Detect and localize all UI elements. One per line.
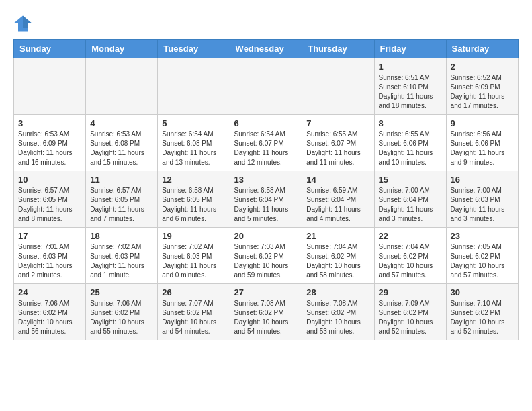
day-number: 29 xyxy=(379,287,442,298)
calendar-day-cell: 16Sunrise: 7:00 AM Sunset: 6:03 PM Dayli… xyxy=(446,171,518,228)
day-info: Sunrise: 7:04 AM Sunset: 6:02 PM Dayligh… xyxy=(306,242,369,280)
day-info: Sunrise: 7:08 AM Sunset: 6:02 PM Dayligh… xyxy=(306,299,369,336)
calendar-day-cell: 26Sunrise: 7:07 AM Sunset: 6:02 PM Dayli… xyxy=(158,284,230,340)
day-number: 15 xyxy=(379,175,442,185)
day-info: Sunrise: 7:05 AM Sunset: 6:02 PM Dayligh… xyxy=(451,242,514,280)
day-info: Sunrise: 6:54 AM Sunset: 6:07 PM Dayligh… xyxy=(234,130,298,167)
day-number: 7 xyxy=(306,118,369,128)
logo-icon xyxy=(13,13,32,32)
day-info: Sunrise: 6:56 AM Sunset: 6:06 PM Dayligh… xyxy=(451,130,514,167)
day-number: 9 xyxy=(451,118,514,128)
day-number: 10 xyxy=(18,175,81,185)
calendar-day-cell: 24Sunrise: 7:06 AM Sunset: 6:02 PM Dayli… xyxy=(14,284,86,340)
day-info: Sunrise: 7:06 AM Sunset: 6:02 PM Dayligh… xyxy=(90,299,153,336)
day-info: Sunrise: 7:02 AM Sunset: 6:03 PM Dayligh… xyxy=(90,242,153,280)
day-number: 21 xyxy=(306,231,369,241)
day-info: Sunrise: 6:55 AM Sunset: 6:07 PM Dayligh… xyxy=(306,130,369,167)
calendar-day-cell: 15Sunrise: 7:00 AM Sunset: 6:04 PM Dayli… xyxy=(374,171,446,228)
calendar-day-cell: 8Sunrise: 6:55 AM Sunset: 6:06 PM Daylig… xyxy=(374,115,446,171)
day-info: Sunrise: 6:55 AM Sunset: 6:06 PM Dayligh… xyxy=(379,130,442,167)
calendar-day-cell xyxy=(86,58,158,115)
day-info: Sunrise: 6:57 AM Sunset: 6:05 PM Dayligh… xyxy=(90,186,153,224)
weekday-header: Thursday xyxy=(302,40,374,58)
calendar-day-cell: 14Sunrise: 6:59 AM Sunset: 6:04 PM Dayli… xyxy=(302,171,374,228)
day-info: Sunrise: 6:53 AM Sunset: 6:09 PM Dayligh… xyxy=(18,130,81,167)
calendar-day-cell: 6Sunrise: 6:54 AM Sunset: 6:07 PM Daylig… xyxy=(230,115,302,171)
day-info: Sunrise: 7:01 AM Sunset: 6:03 PM Dayligh… xyxy=(18,242,81,280)
day-number: 14 xyxy=(306,175,369,185)
day-number: 6 xyxy=(234,118,298,128)
calendar-day-cell: 13Sunrise: 6:58 AM Sunset: 6:04 PM Dayli… xyxy=(230,171,302,228)
day-number: 8 xyxy=(379,118,442,128)
day-number: 1 xyxy=(379,62,442,72)
day-number: 5 xyxy=(162,118,225,128)
calendar-day-cell: 10Sunrise: 6:57 AM Sunset: 6:05 PM Dayli… xyxy=(14,171,86,228)
calendar-day-cell xyxy=(14,58,86,115)
day-info: Sunrise: 6:54 AM Sunset: 6:08 PM Dayligh… xyxy=(162,130,225,167)
day-number: 3 xyxy=(18,118,81,128)
day-info: Sunrise: 6:51 AM Sunset: 6:10 PM Dayligh… xyxy=(379,73,442,111)
weekday-header: Tuesday xyxy=(158,40,230,58)
day-number: 22 xyxy=(379,231,442,241)
day-info: Sunrise: 7:07 AM Sunset: 6:02 PM Dayligh… xyxy=(162,299,225,336)
day-number: 13 xyxy=(234,175,298,185)
calendar-day-cell: 29Sunrise: 7:09 AM Sunset: 6:02 PM Dayli… xyxy=(374,284,446,340)
calendar-day-cell: 7Sunrise: 6:55 AM Sunset: 6:07 PM Daylig… xyxy=(302,115,374,171)
day-number: 17 xyxy=(18,231,81,241)
calendar-day-cell: 20Sunrise: 7:03 AM Sunset: 6:02 PM Dayli… xyxy=(230,228,302,284)
day-info: Sunrise: 6:53 AM Sunset: 6:08 PM Dayligh… xyxy=(90,130,153,167)
calendar-day-cell: 21Sunrise: 7:04 AM Sunset: 6:02 PM Dayli… xyxy=(302,228,374,284)
day-number: 27 xyxy=(234,287,298,298)
day-info: Sunrise: 6:59 AM Sunset: 6:04 PM Dayligh… xyxy=(306,186,369,224)
calendar-week-row: 24Sunrise: 7:06 AM Sunset: 6:02 PM Dayli… xyxy=(14,284,519,340)
weekday-header: Monday xyxy=(86,40,158,58)
day-number: 20 xyxy=(234,231,298,241)
calendar-week-row: 17Sunrise: 7:01 AM Sunset: 6:03 PM Dayli… xyxy=(14,228,519,284)
calendar-day-cell: 23Sunrise: 7:05 AM Sunset: 6:02 PM Dayli… xyxy=(446,228,518,284)
weekday-header: Friday xyxy=(374,40,446,58)
day-number: 25 xyxy=(90,287,153,298)
day-info: Sunrise: 6:58 AM Sunset: 6:04 PM Dayligh… xyxy=(234,186,298,224)
svg-marker-1 xyxy=(23,16,32,28)
weekday-header: Saturday xyxy=(446,40,518,58)
day-number: 18 xyxy=(90,231,153,241)
day-number: 30 xyxy=(451,287,514,298)
weekday-header: Sunday xyxy=(14,40,86,58)
day-number: 2 xyxy=(451,62,514,72)
day-info: Sunrise: 7:09 AM Sunset: 6:02 PM Dayligh… xyxy=(379,299,442,336)
page-header xyxy=(13,13,519,32)
day-info: Sunrise: 7:00 AM Sunset: 6:04 PM Dayligh… xyxy=(379,186,442,224)
day-number: 16 xyxy=(451,175,514,185)
calendar-day-cell: 30Sunrise: 7:10 AM Sunset: 6:02 PM Dayli… xyxy=(446,284,518,340)
day-info: Sunrise: 7:04 AM Sunset: 6:02 PM Dayligh… xyxy=(379,242,442,280)
day-info: Sunrise: 6:57 AM Sunset: 6:05 PM Dayligh… xyxy=(18,186,81,224)
day-info: Sunrise: 6:52 AM Sunset: 6:09 PM Dayligh… xyxy=(451,73,514,111)
calendar-header-row: SundayMondayTuesdayWednesdayThursdayFrid… xyxy=(14,40,519,58)
calendar-day-cell: 11Sunrise: 6:57 AM Sunset: 6:05 PM Dayli… xyxy=(86,171,158,228)
day-number: 23 xyxy=(451,231,514,241)
day-info: Sunrise: 6:58 AM Sunset: 6:05 PM Dayligh… xyxy=(162,186,225,224)
day-number: 26 xyxy=(162,287,225,298)
day-info: Sunrise: 7:03 AM Sunset: 6:02 PM Dayligh… xyxy=(234,242,298,280)
calendar-table: SundayMondayTuesdayWednesdayThursdayFrid… xyxy=(13,39,519,340)
calendar-week-row: 10Sunrise: 6:57 AM Sunset: 6:05 PM Dayli… xyxy=(14,171,519,228)
calendar-day-cell xyxy=(158,58,230,115)
calendar-day-cell: 5Sunrise: 6:54 AM Sunset: 6:08 PM Daylig… xyxy=(158,115,230,171)
day-info: Sunrise: 7:10 AM Sunset: 6:02 PM Dayligh… xyxy=(451,299,514,336)
calendar-day-cell: 27Sunrise: 7:08 AM Sunset: 6:02 PM Dayli… xyxy=(230,284,302,340)
calendar-day-cell: 18Sunrise: 7:02 AM Sunset: 6:03 PM Dayli… xyxy=(86,228,158,284)
day-number: 4 xyxy=(90,118,153,128)
calendar-week-row: 3Sunrise: 6:53 AM Sunset: 6:09 PM Daylig… xyxy=(14,115,519,171)
calendar-day-cell: 28Sunrise: 7:08 AM Sunset: 6:02 PM Dayli… xyxy=(302,284,374,340)
day-info: Sunrise: 7:06 AM Sunset: 6:02 PM Dayligh… xyxy=(18,299,81,336)
day-number: 28 xyxy=(306,287,369,298)
calendar-day-cell: 3Sunrise: 6:53 AM Sunset: 6:09 PM Daylig… xyxy=(14,115,86,171)
calendar-day-cell: 4Sunrise: 6:53 AM Sunset: 6:08 PM Daylig… xyxy=(86,115,158,171)
day-number: 12 xyxy=(162,175,225,185)
weekday-header: Wednesday xyxy=(230,40,302,58)
day-number: 11 xyxy=(90,175,153,185)
day-info: Sunrise: 7:08 AM Sunset: 6:02 PM Dayligh… xyxy=(234,299,298,336)
calendar-day-cell: 25Sunrise: 7:06 AM Sunset: 6:02 PM Dayli… xyxy=(86,284,158,340)
day-info: Sunrise: 7:00 AM Sunset: 6:03 PM Dayligh… xyxy=(451,186,514,224)
logo xyxy=(13,13,35,32)
